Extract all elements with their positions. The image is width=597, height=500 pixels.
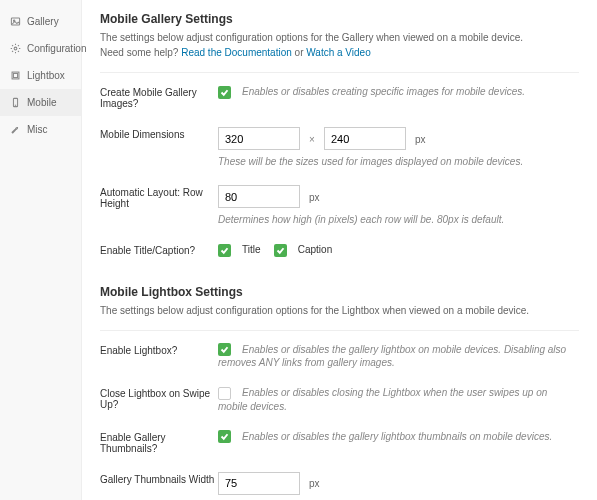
sidebar-item-mobile[interactable]: Mobile bbox=[0, 89, 81, 116]
lightbox-icon bbox=[10, 70, 21, 81]
sidebar-item-lightbox[interactable]: Lightbox bbox=[0, 62, 81, 89]
svg-rect-4 bbox=[13, 73, 17, 77]
section-description: The settings below adjust configuration … bbox=[100, 30, 579, 60]
field-label: Automatic Layout: Row Height bbox=[100, 185, 218, 209]
field-label: Gallery Thumbnails Width bbox=[100, 472, 218, 485]
section-title: Mobile Lightbox Settings bbox=[100, 285, 579, 299]
sidebar-item-label: Mobile bbox=[27, 97, 56, 108]
divider bbox=[100, 72, 579, 73]
width-input[interactable] bbox=[218, 127, 300, 150]
unit-label: px bbox=[309, 192, 320, 203]
content: Mobile Gallery Settings The settings bel… bbox=[82, 0, 597, 500]
unit-label: px bbox=[415, 134, 426, 145]
field-label: Mobile Dimensions bbox=[100, 127, 218, 140]
field-label: Close Lightbox on Swipe Up? bbox=[100, 386, 218, 410]
divider bbox=[100, 330, 579, 331]
sidebar-item-label: Gallery bbox=[27, 16, 59, 27]
wrench-icon bbox=[10, 124, 21, 135]
caption-checkbox[interactable] bbox=[274, 244, 287, 257]
field-hint: These will be the sizes used for images … bbox=[218, 156, 579, 167]
height-input[interactable] bbox=[324, 127, 406, 150]
field-hint: Enables or disables the gallery lightbox… bbox=[218, 344, 566, 369]
doc-link[interactable]: Read the Documentation bbox=[181, 47, 292, 58]
swipe-up-checkbox[interactable] bbox=[218, 387, 231, 400]
section-description: The settings below adjust configuration … bbox=[100, 303, 579, 318]
sidebar-item-label: Configuration bbox=[27, 43, 86, 54]
field-label: Enable Gallery Thumbnails? bbox=[100, 430, 218, 454]
enable-lightbox-checkbox[interactable] bbox=[218, 343, 231, 356]
field-label: Enable Lightbox? bbox=[100, 343, 218, 356]
mobile-icon bbox=[10, 97, 21, 108]
sidebar-item-label: Lightbox bbox=[27, 70, 65, 81]
field-label: Create Mobile Gallery Images? bbox=[100, 85, 218, 109]
video-link[interactable]: Watch a Video bbox=[306, 47, 370, 58]
sidebar-item-gallery[interactable]: Gallery bbox=[0, 8, 81, 35]
svg-point-2 bbox=[14, 47, 17, 50]
field-label: Enable Title/Caption? bbox=[100, 243, 218, 256]
field-hint: Determines how high (in pixels) each row… bbox=[218, 214, 579, 225]
dimension-separator: × bbox=[309, 134, 315, 145]
gear-icon bbox=[10, 43, 21, 54]
checkbox-label: Title bbox=[242, 244, 261, 255]
sidebar: Gallery Configuration Lightbox Mobile Mi… bbox=[0, 0, 82, 500]
section-title: Mobile Gallery Settings bbox=[100, 12, 579, 26]
row-height-input[interactable] bbox=[218, 185, 300, 208]
sidebar-item-label: Misc bbox=[27, 124, 48, 135]
checkbox-label: Caption bbox=[298, 244, 332, 255]
thumb-width-input[interactable] bbox=[218, 472, 300, 495]
field-hint: Enables or disables creating specific im… bbox=[242, 86, 525, 97]
sidebar-item-misc[interactable]: Misc bbox=[0, 116, 81, 143]
field-hint: Enables or disables closing the Lightbox… bbox=[218, 387, 547, 412]
enable-thumbnails-checkbox[interactable] bbox=[218, 430, 231, 443]
create-images-checkbox[interactable] bbox=[218, 86, 231, 99]
unit-label: px bbox=[309, 478, 320, 489]
sidebar-item-configuration[interactable]: Configuration bbox=[0, 35, 81, 62]
title-checkbox[interactable] bbox=[218, 244, 231, 257]
field-hint: Enables or disables the gallery lightbox… bbox=[242, 431, 552, 442]
image-icon bbox=[10, 16, 21, 27]
